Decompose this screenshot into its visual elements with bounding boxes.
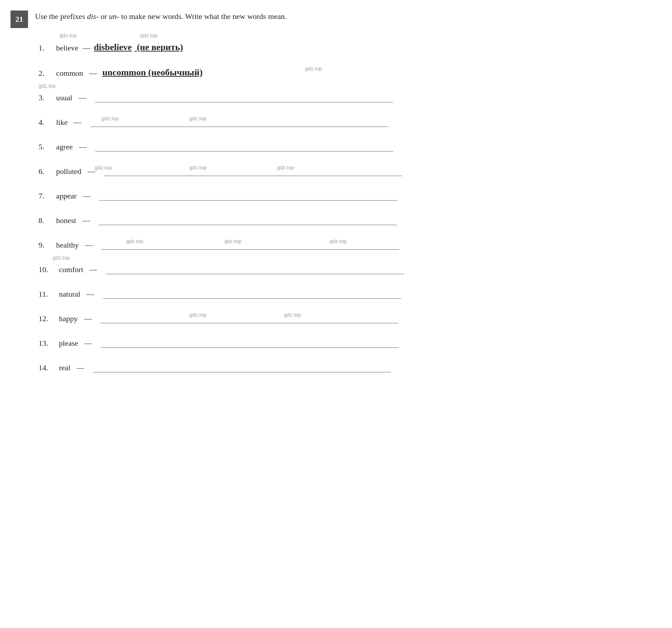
item-dash: —: [82, 314, 92, 323]
item-dash: —: [76, 93, 86, 102]
exercise-header: 21 Use the prefixes dis- or un- to make …: [11, 11, 644, 28]
item-number: 1.: [39, 43, 56, 53]
watermark: gdz.top: [305, 66, 322, 72]
item-number: 13.: [39, 339, 56, 348]
item-word: common: [56, 69, 83, 78]
item-answer-russian: (не верить): [135, 42, 183, 53]
exercise-instruction: Use the prefixes dis- or un- to make new…: [35, 11, 287, 22]
list-item: 6. polluted — gdz.top gdz.top gdz.top: [39, 166, 644, 176]
item-number: 8.: [39, 216, 56, 225]
answer-line[interactable]: [104, 166, 402, 176]
answer-line[interactable]: [99, 191, 397, 201]
item-dash: —: [72, 118, 82, 127]
list-item: 3. usual — gdz.top: [39, 93, 644, 102]
list-item: 7. appear —: [39, 191, 644, 201]
answer-line[interactable]: [95, 93, 393, 102]
prefix-dis: dis-: [87, 12, 99, 21]
watermark: gdz.top: [39, 83, 56, 89]
watermark: gdz.top: [53, 255, 70, 261]
item-dash: —: [83, 241, 93, 250]
answer-line[interactable]: [93, 363, 391, 372]
item-number: 11.: [39, 290, 56, 299]
item-answer-text: disbelieve: [94, 42, 132, 53]
list-item: 2. common — uncommon (необычный) gdz.top: [39, 67, 644, 78]
item-dash: —: [84, 290, 94, 299]
item-word: real: [59, 363, 70, 372]
list-item: 4. like — gdz.top gdz.top: [39, 117, 644, 127]
item-word: please: [59, 339, 78, 348]
item-number: 6.: [39, 167, 56, 176]
list-item: 1. believe — disbelieve (не верить) gdz.…: [39, 42, 644, 53]
list-item: 9. healthy — gdz.top gdz.top gdz.top: [39, 240, 644, 250]
exercise-number: 21: [11, 11, 28, 28]
list-item: 10. comfort — gdz.top: [39, 264, 644, 274]
list-item: 5. agree —: [39, 142, 644, 151]
item-number: 14.: [39, 363, 56, 372]
item-number: 2.: [39, 69, 56, 78]
item-word: natural: [59, 290, 80, 299]
item-word: believe: [56, 43, 79, 53]
item-dash: —: [80, 216, 90, 225]
answer-line[interactable]: [90, 117, 388, 127]
item-number: 5.: [39, 142, 56, 151]
item-word: usual: [56, 93, 72, 102]
answer-line[interactable]: [95, 142, 393, 151]
answer-line[interactable]: [100, 313, 398, 323]
item-number: 4.: [39, 118, 56, 127]
list-item: 14. real —: [39, 363, 644, 372]
item-dash: —: [88, 265, 97, 274]
item-word: healthy: [56, 241, 79, 250]
item-answer-text: uncommon: [102, 67, 148, 78]
answer-line[interactable]: [101, 240, 399, 250]
item-number: 12.: [39, 314, 56, 323]
item-word: honest: [56, 216, 76, 225]
item-dash: —: [86, 167, 95, 176]
answer-line[interactable]: [99, 215, 397, 225]
item-dash: —: [77, 142, 87, 151]
item-answer-russian: (необычный): [148, 67, 203, 78]
watermark: gdz.top: [60, 32, 77, 38]
item-word: like: [56, 118, 68, 127]
prefix-un: un-: [109, 12, 119, 21]
item-number: 10.: [39, 265, 56, 274]
item-number: 7.: [39, 191, 56, 201]
list-item: 8. honest —: [39, 215, 644, 225]
list-item: 13. please —: [39, 338, 644, 348]
items-list: 1. believe — disbelieve (не верить) gdz.…: [39, 42, 644, 372]
watermark: gdz.top: [140, 32, 157, 38]
item-word: comfort: [59, 265, 83, 274]
item-word: happy: [59, 314, 78, 323]
item-word: polluted: [56, 167, 81, 176]
item-dash: —: [81, 191, 91, 201]
list-item: 11. natural —: [39, 289, 644, 299]
item-dash: —: [75, 363, 84, 372]
item-number: 9.: [39, 241, 56, 250]
answer-line[interactable]: [103, 289, 401, 299]
answer-line[interactable]: [106, 264, 404, 274]
item-word: agree: [56, 142, 73, 151]
answer-line[interactable]: [101, 338, 399, 348]
list-item: 12. happy — gdz.top gdz.top: [39, 313, 644, 323]
item-dash: —: [87, 69, 99, 78]
page-container: 21 Use the prefixes dis- or un- to make …: [0, 0, 672, 628]
item-dash: —: [82, 339, 92, 348]
item-number: 3.: [39, 93, 56, 102]
item-dash: —: [83, 43, 90, 53]
item-word: appear: [56, 191, 77, 201]
